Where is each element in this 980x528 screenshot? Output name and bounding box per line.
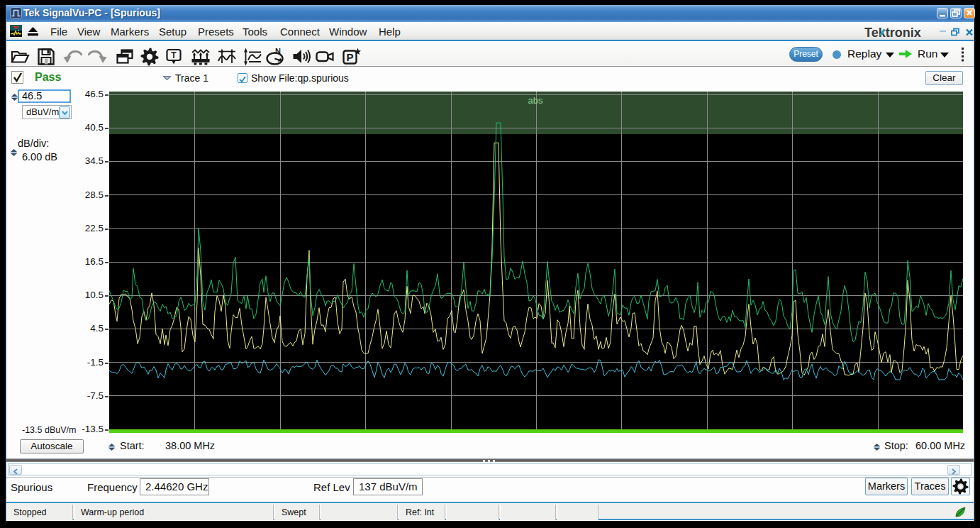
svg-text:abs: abs xyxy=(528,95,543,106)
svg-text:N: N xyxy=(275,47,281,55)
svg-text:T: T xyxy=(171,50,177,60)
svg-text:P: P xyxy=(346,51,353,63)
